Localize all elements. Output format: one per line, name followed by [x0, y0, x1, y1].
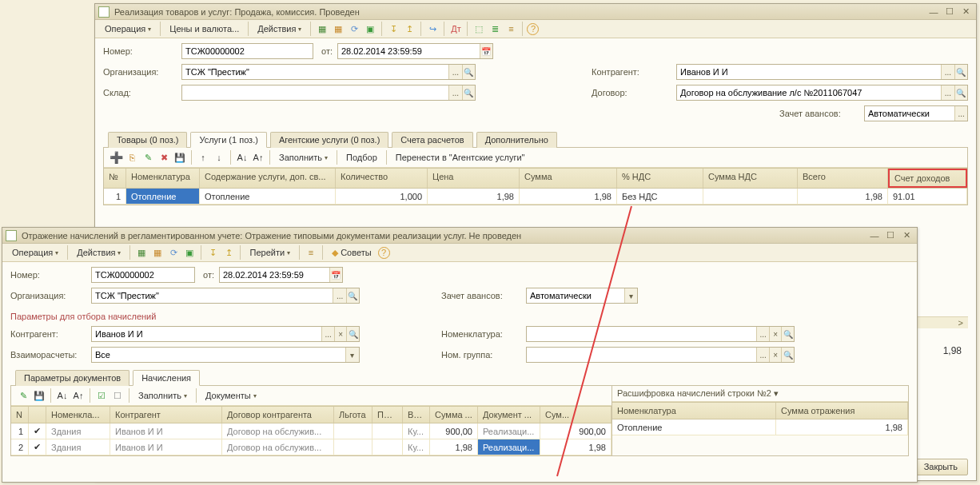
- cell-document-selected[interactable]: Реализаци...: [478, 439, 540, 455]
- operation-menu[interactable]: Операция▾: [100, 22, 156, 35]
- number-field-2[interactable]: [91, 267, 195, 283]
- select-icon[interactable]: ...: [756, 327, 769, 341]
- advance-field[interactable]: ...: [864, 105, 968, 121]
- pick-button[interactable]: Подбор: [341, 151, 382, 164]
- uncheck-all-icon[interactable]: ☐: [110, 388, 125, 403]
- tb-icon-7[interactable]: ↪: [425, 22, 440, 36]
- tb2-icon-2[interactable]: ▦: [150, 245, 165, 260]
- tb-icon-5[interactable]: ↧: [386, 22, 400, 36]
- table-row[interactable]: 1 ✔ Здания Иванов И И Договор на обслужи…: [11, 423, 612, 439]
- contragent-field-2[interactable]: ...×🔍: [91, 326, 360, 342]
- select-icon[interactable]: ...: [941, 65, 954, 79]
- clear-icon[interactable]: ×: [769, 348, 782, 362]
- settlement-field[interactable]: ▾: [91, 347, 360, 363]
- save-icon-2[interactable]: 💾: [32, 388, 46, 403]
- close-button[interactable]: Закрыть: [914, 459, 968, 475]
- tips-button[interactable]: ◆ Советы: [327, 246, 376, 260]
- contragent-field[interactable]: ...🔍: [676, 64, 968, 80]
- tb-icon-1[interactable]: ▦: [315, 22, 329, 36]
- tab-goods[interactable]: Товары (0 поз.): [108, 132, 187, 148]
- tb2-icon-4[interactable]: ▣: [182, 245, 197, 260]
- select-icon[interactable]: ...: [321, 327, 334, 341]
- tab-agent-services[interactable]: Агентские услуги (0 поз.): [270, 132, 388, 148]
- search-icon[interactable]: 🔍: [462, 65, 475, 79]
- tb-icon-4[interactable]: ▣: [363, 22, 377, 36]
- tab-charges[interactable]: Начисления: [133, 370, 200, 386]
- clear-icon[interactable]: ×: [334, 327, 347, 341]
- search-icon[interactable]: 🔍: [346, 327, 359, 341]
- fill-menu-2[interactable]: Заполнить▾: [133, 389, 192, 402]
- sort-asc-icon[interactable]: A↓: [235, 150, 249, 165]
- calendar-icon[interactable]: 📅: [329, 268, 342, 282]
- tb-icon-3[interactable]: ⟳: [347, 22, 361, 36]
- search-icon[interactable]: 🔍: [781, 348, 794, 362]
- prices-button[interactable]: Цены и валюта...: [165, 22, 244, 35]
- contract-field[interactable]: ...🔍: [676, 85, 968, 101]
- tb2-icon-7[interactable]: ≡: [304, 245, 318, 260]
- sort-asc-icon-2[interactable]: A↓: [55, 388, 70, 403]
- table-row[interactable]: 2 ✔ Здания Иванов И И Договор на обслужи…: [11, 439, 612, 455]
- help-icon-1[interactable]: ?: [527, 23, 539, 35]
- advance-field-2[interactable]: ▾: [526, 288, 638, 304]
- calendar-icon[interactable]: 📅: [480, 44, 492, 58]
- clear-icon[interactable]: ×: [769, 327, 782, 341]
- cell-nomenclature[interactable]: Отопление: [126, 189, 200, 204]
- tb-icon-2[interactable]: ▦: [331, 22, 345, 36]
- select-icon[interactable]: ...: [448, 65, 461, 79]
- select-icon[interactable]: ...: [448, 85, 461, 100]
- tb2-icon-5[interactable]: ↧: [205, 245, 220, 260]
- titlebar-1[interactable]: Реализация товаров и услуг: Продажа, ком…: [95, 4, 976, 20]
- nomgrp-field[interactable]: ...×🔍: [526, 347, 795, 363]
- dropdown-icon[interactable]: ▾: [345, 348, 359, 362]
- titlebar-2[interactable]: Отражение начислений в регламентированно…: [2, 228, 917, 244]
- search-icon[interactable]: 🔍: [462, 85, 475, 100]
- minimize-icon[interactable]: —: [867, 230, 882, 241]
- select-icon[interactable]: ...: [954, 106, 967, 121]
- warehouse-field[interactable]: ...🔍: [181, 85, 476, 101]
- number-field[interactable]: [181, 43, 313, 59]
- copy-row-icon[interactable]: ⎘: [125, 150, 139, 165]
- date-field-2[interactable]: 📅: [219, 267, 343, 283]
- org-field[interactable]: ...🔍: [181, 64, 476, 80]
- move-down-icon[interactable]: ↓: [212, 150, 226, 165]
- fill-menu[interactable]: Заполнить▾: [274, 151, 333, 164]
- sort-desc-icon-2[interactable]: A↑: [71, 388, 86, 403]
- search-icon[interactable]: 🔍: [346, 288, 359, 303]
- delete-row-icon[interactable]: ✖: [157, 150, 171, 165]
- tb-icon-6[interactable]: ↥: [402, 22, 416, 36]
- search-icon[interactable]: 🔍: [781, 327, 794, 341]
- minimize-icon[interactable]: —: [926, 6, 941, 18]
- move-to-agent-button[interactable]: Перенести в "Агентские услуги": [391, 151, 530, 164]
- tb-icon-11[interactable]: ≡: [504, 22, 518, 36]
- actions-menu-2[interactable]: Действия▾: [72, 246, 125, 259]
- add-row-icon[interactable]: ➕: [109, 150, 123, 165]
- documents-menu[interactable]: Документы▾: [201, 389, 261, 402]
- tb-icon-10[interactable]: ≣: [488, 22, 502, 36]
- move-up-icon[interactable]: ↑: [196, 150, 210, 165]
- edit-row-icon[interactable]: ✎: [141, 150, 155, 165]
- tb2-icon-6[interactable]: ↥: [221, 245, 236, 260]
- check-all-icon[interactable]: ☑: [94, 388, 109, 403]
- help-icon-2[interactable]: ?: [378, 247, 390, 259]
- tb-icon-8[interactable]: Дт: [448, 22, 463, 36]
- sort-desc-icon[interactable]: A↑: [251, 150, 265, 165]
- tb2-icon-1[interactable]: ▦: [134, 245, 149, 260]
- goto-menu[interactable]: Перейти▾: [245, 246, 295, 259]
- search-icon[interactable]: 🔍: [954, 85, 967, 100]
- search-icon[interactable]: 🔍: [954, 65, 967, 79]
- table-row[interactable]: Отопление 1,98: [612, 419, 908, 435]
- edit-icon[interactable]: ✎: [16, 388, 30, 403]
- tab-extra[interactable]: Дополнительно: [476, 132, 557, 148]
- nom-field[interactable]: ...×🔍: [526, 326, 795, 342]
- org-field-2[interactable]: ...🔍: [91, 288, 360, 304]
- save-icon[interactable]: 💾: [173, 150, 187, 165]
- operation-menu-2[interactable]: Операция▾: [7, 246, 63, 259]
- close-icon[interactable]: ✕: [958, 6, 973, 18]
- select-icon[interactable]: ...: [941, 85, 954, 100]
- tab-accounts[interactable]: Счета расчетов: [392, 132, 472, 148]
- dropdown-icon[interactable]: ▾: [624, 288, 637, 303]
- date-field[interactable]: 📅: [337, 43, 493, 59]
- maximize-icon[interactable]: ☐: [942, 6, 957, 18]
- maximize-icon[interactable]: ☐: [883, 230, 898, 241]
- tb-icon-9[interactable]: ⬚: [472, 22, 486, 36]
